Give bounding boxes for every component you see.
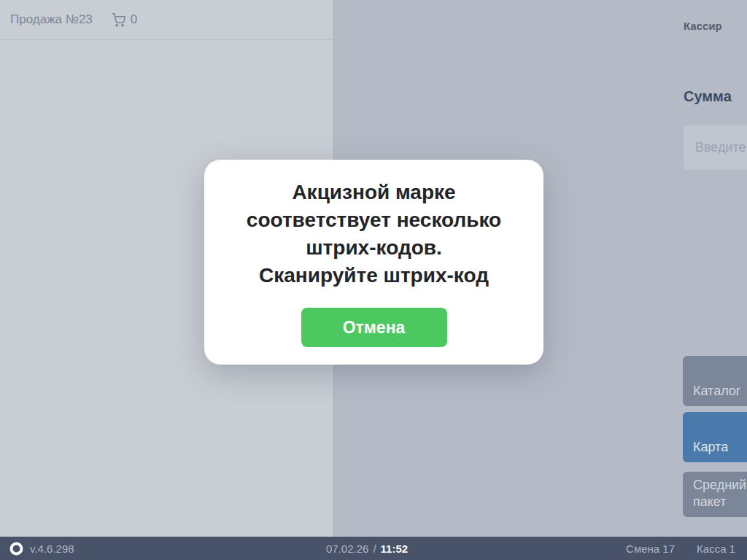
dialog-message-line: соответствует несколько <box>247 206 501 234</box>
status-bar: v.4.6.298 07.02.26 / 11:52 Смена 17 Касс… <box>0 537 747 560</box>
app-logo-icon <box>9 541 24 556</box>
total-label: Сумма <box>684 88 732 111</box>
sale-title: Продажа №23 <box>10 12 93 27</box>
total-row: Сумма 0.00 <box>684 67 747 111</box>
card-button[interactable]: Карта <box>683 412 747 462</box>
dialog-message-line: Акцизной марке <box>247 179 501 206</box>
catalog-button-label: Каталог <box>693 383 740 400</box>
cart-icon <box>112 13 125 27</box>
excise-mark-dialog: Акцизной марке соответствует несколько ш… <box>204 160 543 365</box>
medium-bag-label: Средний пакет <box>693 477 747 510</box>
datetime: 07.02.26 / 11:52 <box>326 542 408 555</box>
dialog-message-line: Сканируйте штрих-код <box>247 262 501 289</box>
checkout-header: Кассир <box>684 13 747 38</box>
register-label: Касса 1 <box>697 542 735 555</box>
status-separator: / <box>373 542 376 555</box>
app-version: v.4.6.298 <box>30 542 74 555</box>
product-code-input[interactable] <box>684 125 747 170</box>
cart-counter: 0 <box>112 12 137 27</box>
cancel-button[interactable]: Отмена <box>301 308 447 347</box>
card-button-label: Карта <box>693 439 728 456</box>
dialog-message: Акцизной марке соответствует несколько ш… <box>247 179 501 289</box>
medium-bag-button[interactable]: Средний пакет <box>683 472 747 517</box>
receipt-header: Продажа №23 0 <box>0 0 333 40</box>
status-bar-right: Смена 17 Касса 1 <box>626 542 735 555</box>
shift-label: Смена 17 <box>626 542 675 555</box>
cashier-label: Кассир <box>684 20 722 32</box>
cart-count: 0 <box>131 12 137 27</box>
pos-app-window: Продажа №23 0 Кассир <box>0 0 747 560</box>
status-date: 07.02.26 <box>326 542 368 555</box>
status-time: 11:52 <box>381 542 409 555</box>
catalog-button[interactable]: Каталог <box>683 356 747 406</box>
status-bar-left: v.4.6.298 <box>0 541 74 556</box>
dialog-message-line: штрих-кодов. <box>247 234 501 262</box>
